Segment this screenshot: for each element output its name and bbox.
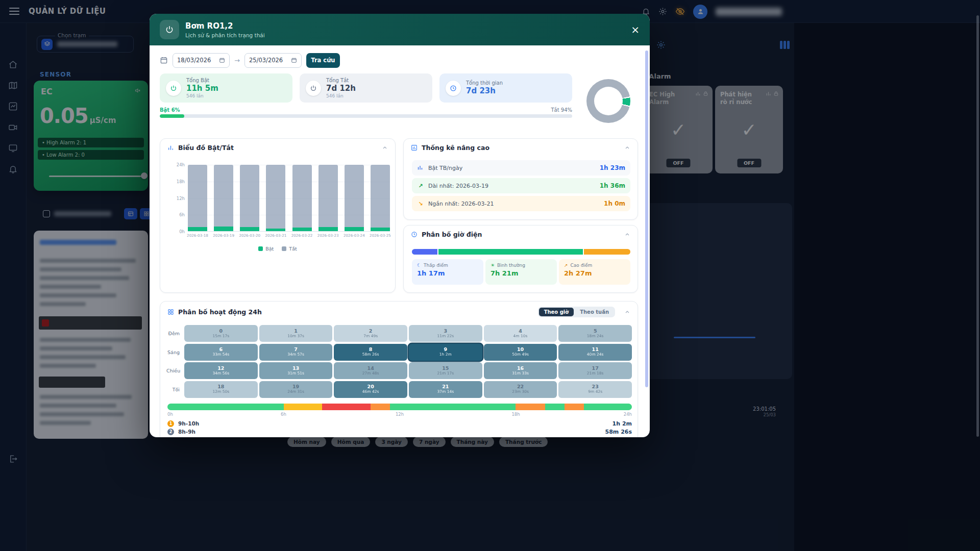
grid-icon (167, 309, 174, 315)
onoff-bar[interactable]: 2026-03-25 (371, 165, 390, 231)
bar-x-label: 2026-03-19 (213, 233, 234, 238)
calendar-icon (219, 57, 225, 63)
chevron-up-icon[interactable] (624, 232, 630, 238)
bar-on-segment (345, 227, 364, 231)
heatmap-cell-hour: 15 (442, 366, 449, 371)
heatmap-cell-duration: 24m 31s (287, 390, 304, 394)
power-icon (306, 81, 321, 96)
power-card-label: ☀Bình thường (491, 263, 552, 268)
stat-total-on: Tổng Bật 11h 5m 546 lần (160, 73, 292, 103)
heatmap-cell-23[interactable]: 239m 42s (558, 381, 632, 398)
timeline-tick-label: 18h (511, 412, 520, 417)
power-segment-cao-diem (584, 249, 630, 255)
modal-scrollbar[interactable] (645, 51, 648, 387)
heatmap-cell-5[interactable]: 518m 24s (558, 325, 632, 342)
activity-timeline (167, 404, 632, 410)
heatmap-cell-21[interactable]: 2137m 14s (409, 381, 482, 398)
chevron-up-icon[interactable] (382, 145, 388, 151)
modal-subtitle: Lịch sử & phân tích trạng thái (185, 32, 265, 38)
onoff-bar[interactable]: 2026-03-18 (188, 165, 207, 231)
bar-x-label: 2026-03-23 (317, 233, 339, 238)
power-card-label: ☾Thấp điểm (417, 263, 478, 268)
activity-panel: Phân bố hoạt động 24h Theo giờ Theo tuần… (160, 301, 638, 437)
heatmap-cell-hour: 13 (292, 366, 299, 371)
onoff-bar[interactable]: 2026-03-24 (345, 165, 364, 231)
heatmap-cell-2[interactable]: 27m 49s (334, 325, 407, 342)
activity-legend: 19h-10h1h 2m28h-9h58m 26s (167, 419, 632, 436)
heatmap-cell-7[interactable]: 734m 57s (259, 344, 333, 361)
heatmap-cell-8[interactable]: 858m 26s (334, 344, 407, 361)
heatmap-cell-15[interactable]: 1521m 17s (409, 362, 482, 379)
heatmap-cell-18[interactable]: 1812m 50s (184, 381, 258, 398)
stat-row-value: 1h 23m (600, 164, 625, 171)
heatmap-cell-duration: 46m 42s (362, 390, 379, 394)
donut-hole (594, 87, 623, 115)
heatmap-cell-14[interactable]: 1427m 48s (334, 362, 407, 379)
sun-icon: ☀ (491, 263, 495, 268)
heatmap-cell-duration: 37m 14s (437, 390, 454, 394)
onoff-bar[interactable]: 2026-03-22 (292, 165, 312, 231)
heatmap-cell-duration: 15m 17s (212, 334, 229, 339)
heatmap-cell-3[interactable]: 311m 22s (409, 325, 482, 342)
onoff-bar[interactable]: 2026-03-20 (240, 165, 259, 231)
heatmap-row-label: Chiều (166, 368, 183, 373)
heatmap-cell-19[interactable]: 1924m 31s (259, 381, 333, 398)
heatmap-cell-hour: 17 (592, 366, 599, 371)
stat-row-label: Bật TB/ngày (428, 165, 462, 171)
onoff-bar[interactable]: 2026-03-19 (214, 165, 233, 231)
heatmap-cell-12[interactable]: 1234m 56s (184, 362, 258, 379)
bar-on-segment (318, 227, 338, 231)
timeline-tick-label: 6h (281, 412, 286, 417)
bar-off-segment (345, 165, 364, 227)
bar-off-segment (318, 165, 338, 227)
power-segment-binh-thuong (438, 249, 583, 255)
panel-title-row: Thống kê nâng cao (404, 139, 638, 157)
heatmap-cell-20[interactable]: 2046m 42s (334, 381, 407, 398)
toggle-by-week[interactable]: Theo tuần (575, 308, 614, 316)
y-tick-label: 18h (177, 179, 185, 184)
bar-off-segment (266, 165, 285, 229)
screen: QUẢN LÝ DỮ LIỆU Chọn trạm (0, 0, 980, 551)
heatmap-cell-17[interactable]: 1721m 18s (558, 362, 632, 379)
timeline-segment (322, 404, 371, 410)
heatmap-cell-duration: 58m 26s (362, 353, 379, 357)
stat-row-shortest: ↘ Ngắn nhất: 2026-03-21 1h 0m (412, 196, 630, 211)
heatmap-cell-13[interactable]: 1331m 51s (259, 362, 333, 379)
stat-row-label: Ngắn nhất: 2026-03-21 (428, 201, 494, 207)
heatmap-cell-9[interactable]: 91h 2m (409, 344, 482, 361)
power-hours-panel: Phân bố giờ điện ☾Thấp điểm 1h 17m ☀Bình… (403, 225, 638, 293)
chart-legend: Bật Tắt (160, 246, 395, 252)
legend-on: Bật (258, 246, 274, 252)
bar-on-segment (292, 228, 312, 231)
heatmap-cell-1[interactable]: 110m 37s (259, 325, 333, 342)
date-to-value: 25/03/2026 (249, 57, 283, 64)
heatmap-cell-10[interactable]: 1050m 49s (484, 344, 557, 361)
stat-label: Tổng thời gian (466, 80, 503, 86)
onoff-bar[interactable]: 2026-03-21 (266, 165, 285, 231)
bar-on-segment (188, 227, 207, 231)
onoff-bar[interactable]: 2026-03-23 (318, 165, 338, 231)
chevron-up-icon[interactable] (624, 309, 630, 315)
trend-down-icon: ↘ (417, 201, 424, 207)
timeline-segment (167, 404, 284, 410)
heatmap-cell-6[interactable]: 633m 54s (184, 344, 258, 361)
legend-range: 8h-9h (178, 429, 195, 435)
toggle-by-hour[interactable]: Theo giờ (539, 308, 574, 316)
chevron-up-icon[interactable] (624, 145, 630, 151)
heatmap-cell-22[interactable]: 2223m 30s (484, 381, 557, 398)
search-button[interactable]: Tra cứu (306, 53, 340, 68)
off-percent-label: Tắt 94% (160, 107, 572, 113)
bar-on-segment (240, 227, 259, 231)
heatmap-cell-11[interactable]: 1140m 24s (558, 344, 632, 361)
heatmap-cell-16[interactable]: 1631m 33s (484, 362, 557, 379)
panel-title-row: Biểu đồ Bật/Tắt (160, 139, 395, 157)
heatmap-row-label: Đêm (166, 331, 183, 336)
date-from-input[interactable]: 18/03/2026 (173, 53, 230, 68)
close-icon[interactable]: × (631, 24, 640, 35)
heatmap-cell-4[interactable]: 44m 10s (484, 325, 557, 342)
rank-badge: 1 (167, 420, 174, 427)
timeline-segment (565, 404, 584, 410)
date-to-input[interactable]: 25/03/2026 (244, 53, 302, 68)
heatmap-cell-duration: 34m 57s (287, 353, 304, 357)
heatmap-cell-0[interactable]: 015m 17s (184, 325, 258, 342)
